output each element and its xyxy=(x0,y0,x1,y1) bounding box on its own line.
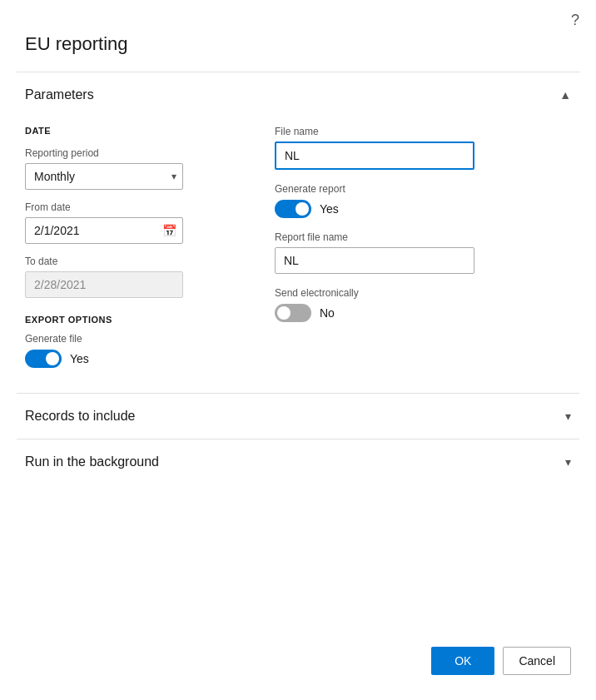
bottom-buttons: OK Cancel xyxy=(431,647,571,675)
send-electronically-toggle[interactable] xyxy=(275,304,311,322)
background-chevron: ▾ xyxy=(565,455,571,469)
to-date-wrapper xyxy=(25,271,183,298)
parameters-section-header[interactable]: Parameters ▲ xyxy=(17,72,579,117)
send-electronically-label: Send electronically xyxy=(275,287,571,299)
background-title: Run in the background xyxy=(25,454,159,469)
background-section-header[interactable]: Run in the background ▾ xyxy=(17,439,579,484)
to-date-label: To date xyxy=(25,256,241,267)
reporting-period-wrapper: Monthly Quarterly Yearly ▾ xyxy=(25,163,183,190)
ok-button[interactable]: OK xyxy=(431,647,494,675)
from-date-wrapper: 📅 xyxy=(25,217,183,244)
generate-report-toggle[interactable] xyxy=(275,200,311,218)
generate-report-text: Yes xyxy=(320,202,339,216)
left-col: DATE Reporting period Monthly Quarterly … xyxy=(25,126,241,368)
generate-file-toggle[interactable] xyxy=(25,350,62,368)
date-label: DATE xyxy=(25,126,241,136)
from-date-input[interactable] xyxy=(25,217,183,244)
background-section: Run in the background ▾ xyxy=(17,439,579,484)
reporting-period-group: Reporting period Monthly Quarterly Yearl… xyxy=(25,147,241,190)
reporting-period-select[interactable]: Monthly Quarterly Yearly xyxy=(25,163,183,190)
generate-file-toggle-row: Yes xyxy=(25,350,241,368)
export-options-label: EXPORT OPTIONS xyxy=(25,315,241,325)
reporting-period-label: Reporting period xyxy=(25,147,241,159)
records-chevron: ▾ xyxy=(565,410,571,423)
parameters-title: Parameters xyxy=(25,87,94,102)
records-section: Records to include ▾ xyxy=(17,393,579,439)
page-title: EU reporting xyxy=(0,0,596,72)
parameters-section: Parameters ▲ DATE Reporting period Month… xyxy=(17,72,579,393)
from-date-label: From date xyxy=(25,201,241,213)
generate-report-label: Generate report xyxy=(275,183,571,195)
send-electronically-toggle-row: No xyxy=(275,304,571,322)
records-section-header[interactable]: Records to include ▾ xyxy=(17,394,579,439)
to-date-input xyxy=(25,271,183,298)
from-date-group: From date 📅 xyxy=(25,201,241,244)
generate-file-label: Generate file xyxy=(25,333,241,345)
to-date-group: To date xyxy=(25,256,241,298)
parameters-two-col: DATE Reporting period Monthly Quarterly … xyxy=(25,126,571,368)
right-col: File name Generate report Yes Report fil… xyxy=(275,126,571,368)
file-name-input[interactable] xyxy=(275,141,474,170)
parameters-chevron: ▲ xyxy=(559,88,571,102)
cancel-button[interactable]: Cancel xyxy=(503,647,571,675)
report-file-name-label: Report file name xyxy=(275,231,571,243)
help-icon[interactable]: ? xyxy=(571,12,579,29)
send-electronically-text: No xyxy=(320,306,335,320)
report-file-name-input[interactable] xyxy=(275,247,474,274)
generate-report-toggle-row: Yes xyxy=(275,200,571,218)
records-title: Records to include xyxy=(25,409,136,424)
parameters-content: DATE Reporting period Monthly Quarterly … xyxy=(17,117,579,393)
file-name-label: File name xyxy=(275,126,571,137)
generate-file-text: Yes xyxy=(70,352,89,365)
